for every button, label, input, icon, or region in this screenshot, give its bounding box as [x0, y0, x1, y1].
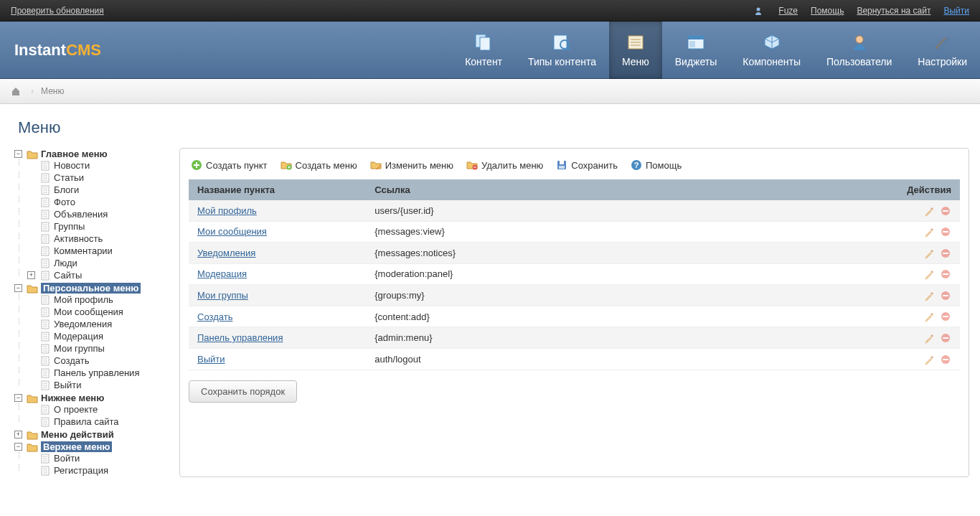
tree-item[interactable]: Люди [27, 258, 169, 268]
check-updates-link[interactable]: Проверить обновления [11, 6, 104, 16]
page-icon [39, 307, 51, 317]
tree-folder[interactable]: − Нижнее меню [14, 393, 169, 403]
main-panel: Создать пункт Создать меню Изменить меню… [179, 148, 969, 477]
nav-label: Типы контента [528, 56, 596, 67]
nav-settings[interactable]: Настройки [905, 22, 980, 79]
toolbar-label: Удалить меню [481, 160, 543, 171]
tree-item[interactable]: Блоги [27, 184, 169, 195]
edit-icon[interactable] [923, 290, 935, 301]
delete-icon[interactable] [940, 354, 951, 365]
nav-components[interactable]: Компоненты [730, 22, 814, 79]
tree-item[interactable]: Уведомления [27, 319, 169, 329]
delete-icon[interactable] [940, 290, 951, 301]
delete-menu-button[interactable]: Удалить меню [466, 159, 543, 171]
tree-item[interactable]: Мои сообщения [27, 306, 169, 317]
tree-item[interactable]: Правила сайта [27, 416, 169, 427]
tree-folder[interactable]: − Персональное меню [14, 283, 169, 294]
tree-toggle[interactable]: + [27, 271, 35, 279]
tree-item[interactable]: Группы [27, 221, 169, 232]
delete-icon[interactable] [940, 311, 951, 322]
tree-item-label: Статьи [54, 172, 84, 183]
item-title-link[interactable]: Мои сообщения [197, 226, 267, 237]
tree-item[interactable]: Объявления [27, 209, 169, 220]
svg-rect-120 [943, 253, 948, 254]
tree-item[interactable]: + Сайты [27, 270, 169, 281]
nav-content-types[interactable]: Типы контента [515, 22, 609, 79]
tree-item[interactable]: Новости [27, 160, 169, 171]
tree-item[interactable]: Статьи [27, 172, 169, 183]
tree-toggle[interactable]: − [14, 394, 22, 402]
back-to-site-link[interactable]: Вернуться на сайт [857, 6, 930, 16]
edit-icon[interactable] [923, 268, 935, 280]
logo-text-2: CMS [66, 41, 101, 59]
tree-item[interactable]: Выйти [27, 380, 169, 390]
nav-widgets[interactable]: Виджеты [662, 22, 730, 79]
nav-users[interactable]: Пользователи [814, 22, 905, 79]
edit-icon[interactable] [923, 226, 935, 238]
create-item-button[interactable]: Создать пункт [191, 159, 268, 171]
tree-item[interactable]: Фото [27, 197, 169, 207]
menu-icon [625, 33, 646, 52]
edit-icon[interactable] [923, 205, 935, 217]
nav-menu[interactable]: Меню [609, 22, 662, 79]
tree-item[interactable]: Войти [27, 453, 169, 464]
item-link-cell: {content:add} [366, 306, 888, 327]
save-button[interactable]: Сохранить [556, 159, 618, 171]
current-user-link[interactable]: Fuze [778, 6, 798, 16]
tree-item[interactable]: Регистрация [27, 465, 169, 476]
logout-link[interactable]: Выйти [943, 6, 969, 16]
tree-toggle[interactable]: + [14, 431, 22, 438]
tree-toggle[interactable]: − [14, 150, 22, 158]
tree-toggle[interactable]: − [14, 284, 22, 292]
item-title-link[interactable]: Создать [197, 311, 232, 322]
tree-item[interactable]: Модерация [27, 331, 169, 342]
tree-item[interactable]: Мои группы [27, 343, 169, 354]
delete-icon[interactable] [940, 268, 951, 280]
table-row: Мои группы {groups:my} [189, 285, 960, 306]
item-title-link[interactable]: Уведомления [197, 248, 255, 258]
save-order-button[interactable]: Сохранить порядок [189, 380, 297, 403]
home-icon[interactable] [11, 86, 21, 96]
edit-icon[interactable] [923, 332, 935, 344]
tree-item-label: Сайты [54, 270, 82, 281]
tree-item-label: Комментарии [54, 245, 113, 256]
edit-icon[interactable] [923, 311, 935, 322]
item-title-link[interactable]: Мои группы [197, 290, 248, 301]
delete-icon[interactable] [940, 248, 951, 259]
delete-icon[interactable] [940, 226, 951, 238]
tree-item-label: Объявления [54, 209, 108, 220]
svg-rect-130 [930, 334, 933, 337]
tree-item[interactable]: Создать [27, 355, 169, 366]
nav-content[interactable]: Контент [452, 22, 515, 79]
item-title-link[interactable]: Модерация [197, 268, 247, 279]
edit-icon[interactable] [923, 354, 935, 365]
tree-item[interactable]: Мой профиль [27, 294, 169, 305]
table-row: Мой профиль users/{user.id} [189, 200, 960, 221]
help-button[interactable]: ? Помощь [631, 159, 682, 171]
delete-icon[interactable] [940, 205, 951, 217]
top-bar: Проверить обновления Fuze Помощь Вернуть… [0, 0, 980, 22]
item-title-link[interactable]: Панель управления [197, 332, 283, 343]
tree-item[interactable]: Панель управления [27, 367, 169, 378]
tree-item-label: Блоги [54, 184, 79, 195]
main-nav: Контент Типы контента Меню Виджеты Компо… [452, 22, 980, 79]
help-link[interactable]: Помощь [811, 6, 844, 16]
item-title-link[interactable]: Выйти [197, 354, 225, 365]
tree-folder[interactable]: + Меню действий [14, 429, 169, 440]
tree-item[interactable]: Активность [27, 233, 169, 244]
edit-icon[interactable] [923, 248, 935, 259]
folder-icon [27, 393, 38, 403]
tree-folder[interactable]: − Верхнее меню [14, 441, 169, 452]
svg-rect-135 [943, 359, 948, 360]
edit-menu-button[interactable]: Изменить меню [370, 159, 453, 171]
create-menu-button[interactable]: Создать меню [281, 159, 357, 171]
item-title-link[interactable]: Мой профиль [197, 205, 257, 216]
tree-item[interactable]: О проекте [27, 404, 169, 415]
folder-add-icon [281, 159, 292, 171]
tree-item[interactable]: Комментарии [27, 245, 169, 256]
delete-icon[interactable] [940, 332, 951, 344]
svg-rect-127 [930, 313, 933, 316]
tree-folder[interactable]: − Главное меню [14, 149, 169, 159]
tree-toggle[interactable]: − [14, 443, 22, 451]
table-row: Мои сообщения {messages:view} [189, 221, 960, 243]
